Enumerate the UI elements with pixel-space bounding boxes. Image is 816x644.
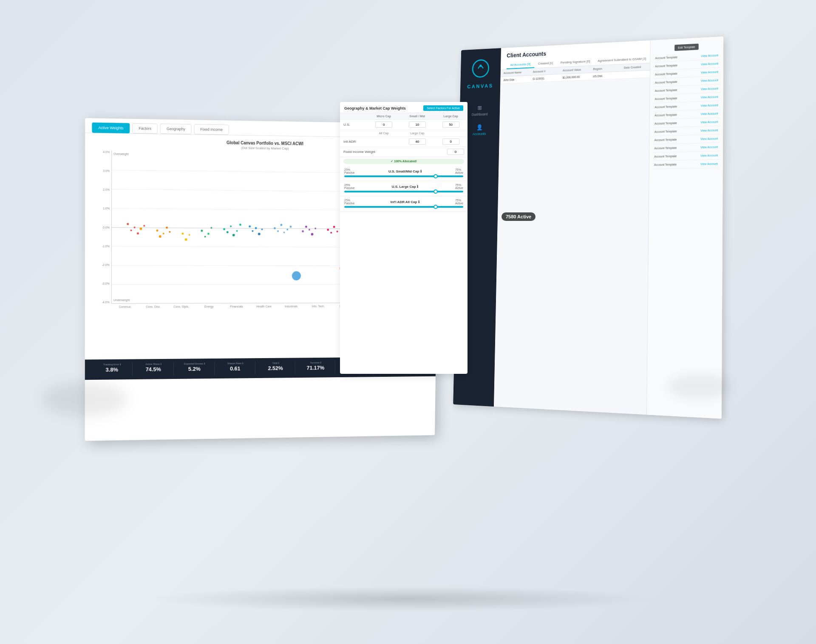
geo-title: Geography & Market Cap Weights xyxy=(344,106,406,110)
passive-label-3: Passive xyxy=(344,202,355,205)
x-label-financials: Financials xyxy=(226,305,246,308)
template-label: Account Template xyxy=(654,138,677,141)
all-cap-label: All Cap xyxy=(367,130,401,137)
select-factors-button[interactable]: Select Factors For Active xyxy=(423,105,463,111)
slider-us-small-mid: 25% Passive U.S. Small/Mid Cap ℹ 75% Act… xyxy=(340,166,468,181)
passive-pct-2: 25% xyxy=(344,184,355,186)
x-label-commun: Commun. xyxy=(115,305,136,308)
y-label-4: 4.0% xyxy=(103,150,110,153)
stat-active-share-value: 74.5% xyxy=(136,366,170,373)
shadow-effect xyxy=(149,586,659,612)
logo xyxy=(470,56,492,81)
us-large-cap-input[interactable] xyxy=(442,121,459,128)
row-us-label: U.S. xyxy=(340,120,367,130)
row-account-name: John Doe xyxy=(503,77,533,81)
tab-all-accounts[interactable]: All Accounts [9] xyxy=(507,60,535,69)
geo-weights-panel: Geography & Market Cap Weights Select Fa… xyxy=(340,102,468,374)
view-account-link[interactable]: View Account xyxy=(701,104,718,107)
slider-3-label: Int'l ADR All Cap ℹ xyxy=(391,200,419,204)
tab-fixed-income[interactable]: Fixed Income xyxy=(194,124,229,135)
y-label-1: 1.0% xyxy=(103,207,110,210)
view-account-link[interactable]: View Account xyxy=(700,162,718,166)
active-count-badge: 7580 Active xyxy=(502,212,536,221)
col-account-value: Account Value xyxy=(563,68,593,72)
slider-track-1[interactable] xyxy=(344,175,463,177)
x-label-energy: Energy xyxy=(198,305,219,308)
stat-yield-value: 2.52% xyxy=(259,365,292,371)
allocated-badge: ✓ 100% Allocated! xyxy=(343,159,464,164)
accounts-icon: 👤 xyxy=(476,124,482,130)
slider-thumb-2[interactable] xyxy=(434,189,438,194)
col-region: Region xyxy=(593,66,624,71)
underweight-label: Underweight xyxy=(113,299,130,302)
y-label-n3: -3.0% xyxy=(102,282,110,285)
us-micro-input[interactable] xyxy=(375,121,392,128)
row-intl-label: Intl ADR xyxy=(340,137,367,147)
x-label-cons-stpls: Cons. Stpls. xyxy=(171,305,192,308)
stat-sharpe-ratio-value: 0.61 xyxy=(219,365,252,372)
stat-tracking-error-value: 3.8% xyxy=(95,366,129,373)
view-account-link[interactable]: View Account xyxy=(701,54,718,58)
dashboard-icon: ⊞ xyxy=(478,105,482,111)
y-label-n4: -4.0% xyxy=(102,301,109,304)
intl-small-mid-input[interactable] xyxy=(409,138,426,145)
list-item: Account Template View Account xyxy=(652,160,720,169)
slider-2-label: U.S. Large Cap ℹ xyxy=(392,185,418,189)
view-account-link[interactable]: View Account xyxy=(701,87,718,90)
template-label: Account Template xyxy=(654,113,677,117)
passive-label-2: Passive xyxy=(344,186,355,189)
template-label: Account Template xyxy=(654,163,677,167)
stat-turnover: Turnover ℹ 71.17% xyxy=(296,361,335,374)
y-label-n1: -1.0% xyxy=(102,245,110,248)
active-pct-1: 75% xyxy=(455,168,463,171)
account-templates-panel: Edit Template Account Template View Acco… xyxy=(646,37,723,419)
col-account-number: Account # xyxy=(533,69,563,73)
client-accounts-panel: CANVAS ⊞ Dashboard 👤 Accounts Client Acc… xyxy=(453,37,723,419)
decorative-shadow-1 xyxy=(42,382,128,416)
view-account-link[interactable]: View Account xyxy=(701,112,718,116)
template-label: Account Template xyxy=(655,72,677,76)
tab-created[interactable]: Created [1] xyxy=(534,59,557,68)
row-account-number: G-123331 xyxy=(533,76,562,80)
slider-track-2[interactable] xyxy=(344,191,463,192)
decorative-shadow-2 xyxy=(667,374,731,399)
view-account-link[interactable]: View Account xyxy=(701,79,718,82)
view-account-link[interactable]: View Account xyxy=(700,145,718,149)
row-allcap-label xyxy=(340,130,367,137)
col-small-mid: Small / Mid xyxy=(400,113,434,120)
view-account-link[interactable]: View Account xyxy=(701,62,718,66)
passive-label-1: Passive xyxy=(344,171,355,174)
geo-header: Geography & Market Cap Weights Select Fa… xyxy=(340,102,468,113)
intl-large-cap-input[interactable] xyxy=(442,138,459,145)
stat-tracking-error: Tracking Error ℹ 3.8% xyxy=(92,362,133,376)
accounts-label: Accounts xyxy=(473,132,486,136)
view-account-link[interactable]: View Account xyxy=(700,137,718,141)
fixed-income-input[interactable] xyxy=(447,149,464,155)
col-account-name: Account Name xyxy=(504,71,533,75)
intl-micro xyxy=(367,137,401,147)
view-account-link[interactable]: View Account xyxy=(700,129,718,132)
us-small-mid-input[interactable] xyxy=(409,121,426,128)
fixed-income-label: Fixed Income Weight xyxy=(343,150,375,154)
y-label-n2: -2.0% xyxy=(102,263,110,266)
sidebar-canvas-label: CANVAS xyxy=(467,83,493,90)
stat-expected-excess-value: 5.2% xyxy=(178,366,211,372)
view-account-link[interactable]: View Account xyxy=(700,154,718,157)
row-region: US Dist. xyxy=(593,73,624,78)
slider-track-3[interactable] xyxy=(344,206,463,208)
view-account-link[interactable]: View Account xyxy=(701,71,718,74)
overweight-label: Overweight xyxy=(113,153,128,155)
slider-thumb-1[interactable] xyxy=(434,174,438,178)
active-pct-3: 75% xyxy=(455,199,463,202)
tab-active-weights[interactable]: Active Weights xyxy=(92,122,130,133)
view-account-link[interactable]: View Account xyxy=(700,120,718,124)
x-label-industrials: Industrials xyxy=(281,305,301,308)
template-label: Account Template xyxy=(655,64,677,68)
slider-us-large-cap: 25% Passive U.S. Large Cap ℹ 75% Active xyxy=(340,181,468,196)
view-account-link[interactable]: View Account xyxy=(701,95,718,99)
tab-factors[interactable]: Factors xyxy=(133,123,158,134)
geo-table: Micro Cap Small / Mid Large Cap U.S. A xyxy=(340,113,468,147)
slider-thumb-3[interactable] xyxy=(434,205,438,209)
tab-geography[interactable]: Geography xyxy=(160,124,192,134)
edit-template-button[interactable]: Edit Template xyxy=(674,44,698,51)
